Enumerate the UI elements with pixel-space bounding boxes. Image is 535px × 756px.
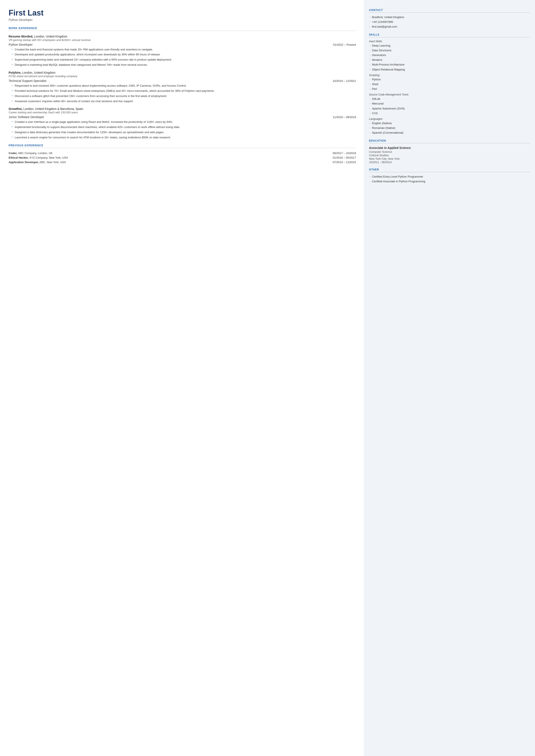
job-2-dates: 10/2019 – 12/2021 [333, 79, 356, 83]
prev-3-date: 07/2014 – 12/2015 [333, 160, 356, 164]
edu-field-1: Computer Science [369, 150, 530, 154]
list-item: Multi-Process Architecture [369, 63, 530, 67]
contact-list: Bradford, United Kingdom +44 1234567890 … [369, 15, 530, 29]
company-2-name: Polyhire, [9, 71, 21, 74]
list-item: Mercurial [369, 102, 530, 106]
list-item: Deep Learning [369, 44, 530, 48]
list-item: Romanian (Native) [369, 126, 530, 130]
other-list: Certified Entry-Level Python Programmer … [369, 175, 530, 183]
job-3-dates: 11/2018 – 09/2019 [333, 116, 356, 119]
prev-2-rest: XYZ Company, New York, USA [29, 156, 68, 159]
list-item: Data Structures [369, 48, 530, 52]
prev-3-label: Application Developer, ABC, New York, US… [9, 160, 66, 164]
list-item: Provided technical solutions for 70+ Sma… [12, 89, 356, 93]
prev-3-rest: ABC, New York, USA [39, 160, 66, 164]
company-2-desc: NYSE-listed recruitment and employer bra… [9, 75, 356, 78]
prev-row-2: Ethical Hacker, XYZ Company, New York, U… [9, 156, 356, 159]
list-item: CVS [369, 111, 530, 115]
list-item: Created the back-end financial systems t… [12, 48, 356, 52]
candidate-name: First Last [9, 9, 356, 17]
job-2-title: Technical Support Specialist [9, 79, 46, 83]
edu-degree: Associate in Applied Science [369, 146, 530, 150]
list-item: Responded to and resolved 300+ customer … [12, 84, 356, 88]
job-3-title: Junior Software Developer [9, 115, 44, 119]
prev-1-bold: Coder, [9, 152, 17, 155]
languages-heading: Languages: [369, 118, 530, 121]
list-item: Developed and updated productivity appli… [12, 53, 356, 57]
list-item: Generators [369, 53, 530, 57]
previous-experience-heading: PREVIOUS EXPERIENCE [9, 144, 356, 148]
list-item: Perl [369, 87, 530, 91]
scm-heading: Source Code Management Tools: [369, 93, 530, 96]
list-item: Certified Associate in Python Programmin… [369, 180, 530, 183]
list-item: English (Native) [369, 121, 530, 125]
list-item: Designed a marketing lead MySQL database… [12, 63, 356, 67]
list-item: Discovered a software glitch that preven… [12, 94, 356, 98]
job-1-title: Python Developer [9, 43, 33, 46]
job-2-row: Technical Support Specialist 10/2019 – 1… [9, 79, 356, 83]
job-3-bullets: Created a user interface as a single-pag… [9, 120, 356, 139]
scm-list: GitLab Mercurial Apache Subversion (SVN)… [369, 97, 530, 115]
job-1-dates: 01/2022 – Present [333, 43, 356, 46]
prev-1-label: Coder, ABC Company, London, UK [9, 152, 53, 155]
sidebar: CONTACT Bradford, United Kingdom +44 123… [364, 0, 535, 756]
job-3-row: Junior Software Developer 11/2018 – 09/2… [9, 115, 356, 119]
candidate-title: Python Developer [9, 18, 356, 21]
list-item: first.last@gmail.com [369, 25, 530, 29]
hard-skills-list: Deep Learning Data Structures Generators… [369, 44, 530, 71]
company-1-name: Resume Worded, [9, 35, 33, 38]
prev-row-1: Coder, ABC Company, London, UK 06/2017 –… [9, 152, 356, 155]
prev-1-date: 06/2017 – 10/2018 [333, 152, 356, 155]
list-item: Python [369, 78, 530, 81]
other-heading: OTHER [369, 168, 530, 172]
prev-row-3: Application Developer, ABC, New York, US… [9, 160, 356, 164]
company-2-header: Polyhire, London, United Kingdom [9, 71, 356, 74]
list-item: Created a user interface as a single-pag… [12, 120, 356, 124]
job-1-bullets: Created the back-end financial systems t… [9, 48, 356, 67]
list-item: Supervised programming tasks and maintai… [12, 58, 356, 62]
list-item: Object Relational Mapping [369, 68, 530, 71]
list-item: Bradford, United Kingdom [369, 15, 530, 19]
company-3-name: Growthsi, [9, 107, 23, 111]
list-item: Iterators [369, 58, 530, 62]
edu-location: New York City, New York [369, 157, 530, 160]
list-item: Implemented functionality to support dis… [12, 125, 356, 129]
list-item: Designed a data dictionary generator tha… [12, 130, 356, 134]
prev-2-label: Ethical Hacker, XYZ Company, New York, U… [9, 156, 68, 159]
education-heading: EDUCATION [369, 139, 530, 143]
list-item: Spanish (Conversational) [369, 131, 530, 135]
languages-list: English (Native) Romanian (Native) Spani… [369, 121, 530, 135]
scripting-heading: Scripting: [369, 74, 530, 77]
company-3-location: London, United Kingdom & Barcelona, Spai… [23, 107, 83, 111]
company-1-header: Resume Worded, London, United Kingdom [9, 35, 356, 38]
list-item: +44 1234567890 [369, 20, 530, 24]
edu-field-2: Cultural Studies [369, 154, 530, 157]
main-column: First Last Python Developer WORK EXPERIE… [0, 0, 364, 756]
company-1-location: London, United Kingdom [33, 35, 67, 38]
list-item: GitLab [369, 97, 530, 101]
skills-heading: SKILLS [369, 33, 530, 37]
work-experience-heading: WORK EXPERIENCE [9, 27, 356, 31]
prev-3-bold: Application Developer, [9, 160, 39, 164]
list-item: Shell [369, 82, 530, 86]
company-1-desc: VR gaming startup with 50+ employees and… [9, 39, 356, 42]
list-item: Launched a search engine for consumers t… [12, 136, 356, 140]
job-2-bullets: Responded to and resolved 300+ customer … [9, 84, 356, 103]
company-3-header: Growthsi, London, United Kingdom & Barce… [9, 107, 356, 111]
list-item: Certified Entry-Level Python Programmer [369, 175, 530, 179]
list-item: Answered customers' inquiries within 60+… [12, 99, 356, 103]
prev-2-bold: Ethical Hacker, [9, 156, 29, 159]
hard-skills-heading: Hard Skills: [369, 40, 530, 43]
prev-1-rest: ABC Company, London, UK [17, 152, 53, 155]
company-2-location: London, United Kingdom [21, 71, 55, 74]
scripting-list: Python Shell Perl [369, 78, 530, 91]
job-1-row: Python Developer 01/2022 – Present [9, 43, 356, 46]
contact-heading: CONTACT [369, 9, 530, 13]
prev-2-date: 01/2016 – 05/2017 [333, 156, 356, 159]
edu-dates: 10/2011 - 06/2014 [369, 160, 530, 164]
list-item: Apache Subversion (SVN) [369, 107, 530, 111]
company-3-desc: Career training and membership SaaS with… [9, 111, 356, 114]
